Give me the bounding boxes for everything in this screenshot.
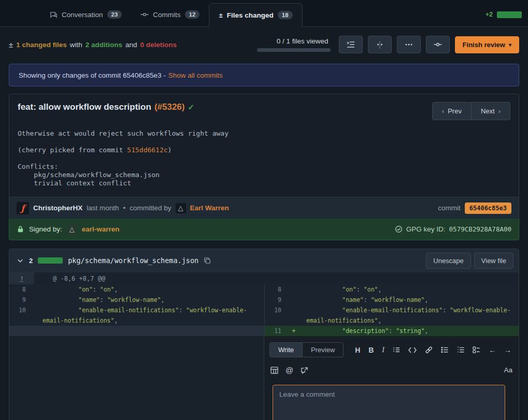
mention-icon[interactable]: @ (286, 366, 293, 374)
diff-options-button[interactable] (397, 36, 421, 53)
signer-name-link[interactable]: earl-warren (82, 225, 120, 233)
code-line: "description": "string", (300, 326, 519, 336)
italic-icon[interactable]: I (382, 346, 384, 354)
copy-path-icon[interactable] (204, 257, 211, 264)
diffstat-bar (497, 11, 522, 18)
numbered-list-icon[interactable] (457, 346, 465, 353)
preview-tab[interactable]: Preview (303, 343, 343, 357)
old-line-number[interactable]: 9 (9, 295, 32, 305)
new-line-number[interactable]: 10 (265, 305, 288, 326)
commits-icon (140, 10, 149, 19)
signer-avatar[interactable]: △ (67, 224, 77, 235)
tab-files-changed-label: Files changed (227, 11, 274, 19)
heading-icon[interactable]: H (355, 346, 360, 354)
next-commit-button[interactable]: Next › (472, 102, 510, 120)
finish-review-label: Finish review (463, 41, 505, 49)
diff-row: 9 "name": "workflow-name", (265, 295, 519, 305)
diff-summary-icon: ± (9, 40, 13, 49)
new-line-number[interactable]: 11 (265, 326, 288, 336)
collapse-file-chevron-icon[interactable] (17, 257, 24, 264)
author-avatar-logo: ƒ (21, 203, 24, 213)
diff-pane-new: 8 "on": "on", 9 "name": "workflow-name",… (264, 284, 519, 336)
file-tree-toggle-button[interactable] (339, 36, 363, 53)
task-list-icon[interactable] (473, 346, 480, 353)
changed-files-link[interactable]: 1 changed files (16, 41, 67, 49)
old-line-number[interactable]: 10 (9, 305, 32, 326)
commit-select-button[interactable] (426, 36, 450, 53)
code-line: "enable-email-notifications": "workflow-… (300, 305, 519, 326)
commit-title-text: feat: allow workflow description (18, 102, 151, 112)
diff-row: 8 "on": "on", (9, 284, 264, 295)
expand-up-icon: ↑ (20, 276, 23, 282)
hunk-header-row: ↑ @ -8,6 +8,7 @@ (9, 272, 519, 284)
files-viewed: 0 / 1 files viewed (257, 37, 331, 52)
old-line-number[interactable]: 8 (9, 284, 32, 295)
tab-conversation-label: Conversation (62, 11, 103, 19)
commit-status-check-icon[interactable]: ✓ (188, 103, 194, 112)
bullet-list-icon[interactable] (441, 346, 449, 353)
gpg-key-id: 0579CB2928A78A00 (449, 225, 511, 233)
committed-by-label: committed by (130, 204, 171, 212)
new-line-number[interactable]: 8 (265, 284, 288, 295)
code-line: "name": "workflow-name", (32, 295, 264, 305)
pr-diffstat: +2 (486, 11, 522, 26)
diff-sign (288, 305, 300, 326)
diff-row: 8 "on": "on", (265, 284, 519, 295)
file-change-count: 2 (29, 257, 33, 265)
quote-icon[interactable] (393, 346, 401, 353)
files-viewed-label: 0 / 1 files viewed (277, 37, 331, 45)
author-name-link[interactable]: ChristopherHX (33, 204, 82, 212)
editor-mode-tabs: Write Preview (269, 342, 344, 357)
file-path: pkg/schema/workflow_schema.json (68, 256, 198, 265)
diff-row: 10 "enable-email-notifications": "workfl… (265, 305, 519, 326)
code-line: "name": "workflow-name", (300, 295, 519, 305)
author-avatar[interactable]: ƒ (17, 202, 29, 214)
summary-text: and (125, 41, 137, 49)
code-line: "on": "on", (32, 284, 264, 295)
reference-icon[interactable] (301, 367, 308, 374)
undo-arrow-icon[interactable]: ← (489, 346, 496, 354)
split-diff: 8 "on": "on", 9 "name": "workflow-name",… (9, 284, 519, 336)
unescape-button[interactable]: Unescape (426, 253, 471, 269)
redo-arrow-icon[interactable]: → (504, 346, 511, 354)
table-icon[interactable] (270, 367, 278, 374)
tab-conversation[interactable]: Conversation 23 (40, 3, 131, 26)
expand-hunk-button[interactable]: ↑ (9, 272, 34, 284)
committer-name-link[interactable]: Earl Warren (190, 204, 229, 212)
whitespace-options-button[interactable] (368, 36, 392, 53)
tab-commits[interactable]: Commits 12 (131, 3, 209, 26)
finish-review-button[interactable]: Finish review ▾ (455, 36, 519, 53)
font-switch-button[interactable]: Aa (504, 366, 512, 374)
prev-commit-button[interactable]: ‹ Prev (432, 102, 472, 120)
new-line-number[interactable]: 9 (265, 295, 288, 305)
link-icon[interactable] (425, 346, 433, 354)
committer-avatar[interactable]: △ (176, 203, 186, 213)
chevron-left-icon: ‹ (442, 107, 444, 115)
file-diff-header: 2 pkg/schema/workflow_schema.json Unesca… (9, 249, 519, 272)
added-sign: + (288, 326, 300, 336)
single-commit-notice: Showing only changes of commit 65406c85e… (9, 64, 519, 86)
commit-sha-badge[interactable]: 65406c85e3 (465, 202, 511, 214)
view-file-button[interactable]: View file (474, 253, 513, 269)
diff-row-added: 11 + "description": "string", (265, 326, 519, 336)
code-line: "enable-email-notifications": "workflow-… (32, 305, 264, 326)
diff-row: 10 "enable-email-notifications": "workfl… (9, 305, 264, 326)
diff-summary-row: ± 1 changed files with 2 additions and 0… (9, 32, 519, 57)
bold-icon[interactable]: B (368, 346, 374, 354)
show-all-commits-link[interactable]: Show all commits (168, 71, 223, 79)
commit-label: commit (438, 204, 461, 212)
inline-comment-form: Write Preview H B I (264, 336, 519, 420)
cherry-pick-commit-link[interactable]: 515dd6612c (127, 146, 167, 154)
hunk-header-text: @ -8,6 +8,7 @@ (34, 272, 105, 284)
file-diffstat-bar (38, 257, 63, 264)
signed-commit-banner: Signed by: △ earl-warren GPG key ID: 057… (9, 219, 519, 240)
comment-input[interactable] (273, 385, 505, 420)
prev-label: Prev (448, 107, 462, 115)
write-tab[interactable]: Write (270, 343, 303, 357)
inline-comment-row: Write Preview H B I (9, 336, 519, 420)
tab-files-changed[interactable]: ± Files changed 18 (209, 3, 302, 27)
files-changed-count-badge: 18 (278, 11, 293, 19)
issue-ref-link[interactable]: (#5326) (154, 102, 185, 112)
code-icon[interactable] (408, 347, 417, 353)
summary-text: with (70, 41, 82, 49)
